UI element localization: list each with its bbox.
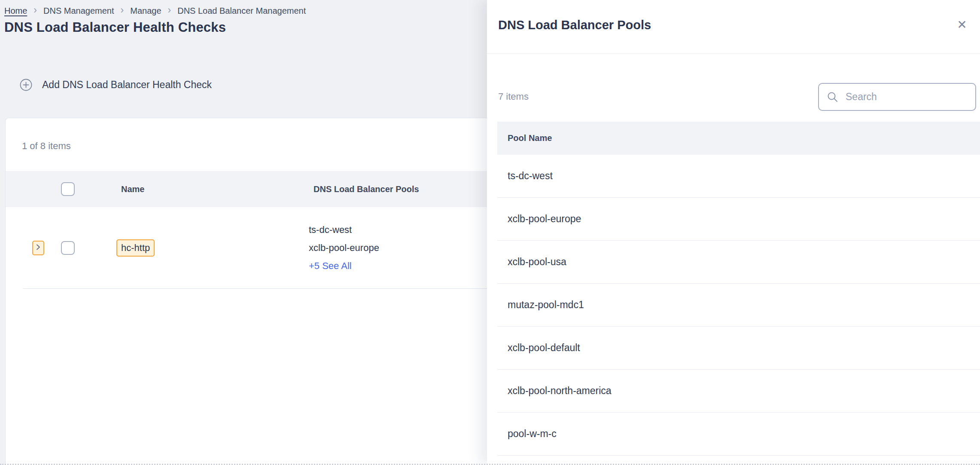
pool-list-item[interactable]: ts-dc-west <box>497 155 980 198</box>
breadcrumb-dns-management-link[interactable]: DNS Management <box>43 6 114 16</box>
chevron-right-icon <box>35 244 42 252</box>
add-health-check-button[interactable]: Add DNS Load Balancer Health Check <box>20 79 212 91</box>
column-header-name: Name <box>121 184 144 194</box>
page-title: DNS Load Balancer Health Checks <box>4 20 226 35</box>
chevron-right-icon: › <box>168 5 171 15</box>
panel-header: DNS Load Balancer Pools ✕ <box>487 0 980 54</box>
pools-table: Pool Name ts-dc-west xclb-pool-europe xc… <box>497 122 980 456</box>
chevron-right-icon: › <box>33 5 37 15</box>
app-screen: Home › DNS Management › Manage › DNS Loa… <box>0 0 980 465</box>
breadcrumb: Home › DNS Management › Manage › DNS Loa… <box>4 6 306 16</box>
pool-list-item[interactable]: xclb-pool-north-america <box>497 370 980 413</box>
pool-list-item[interactable]: xclb-pool-europe <box>497 198 980 241</box>
items-count: 1 of 8 items <box>22 141 71 152</box>
health-checks-page: Home › DNS Management › Manage › DNS Loa… <box>0 0 487 465</box>
pool-reference: xclb-pool-europe <box>309 239 379 257</box>
health-check-name[interactable]: hc-http <box>116 239 155 257</box>
close-icon[interactable]: ✕ <box>953 15 971 34</box>
pool-list-item[interactable]: pool-w-m-c <box>497 413 980 456</box>
row-divider <box>23 288 487 289</box>
plus-circle-icon <box>20 79 32 91</box>
pool-list-item[interactable]: mutaz-pool-mdc1 <box>497 284 980 327</box>
pool-list-item[interactable]: xclb-pool-default <box>497 327 980 370</box>
see-all-link[interactable]: +5 See All <box>309 257 352 275</box>
column-header-pool-name: Pool Name <box>497 122 980 155</box>
search-input-wrapper[interactable] <box>818 83 976 111</box>
chevron-right-icon: › <box>121 5 124 15</box>
panel-items-count: 7 items <box>498 91 529 102</box>
panel-title: DNS Load Balancer Pools <box>498 18 651 32</box>
row-expander-button[interactable] <box>32 241 44 255</box>
pools-panel: DNS Load Balancer Pools ✕ 7 items Pool N… <box>487 0 980 465</box>
search-input[interactable] <box>845 91 968 103</box>
breadcrumb-current-page: DNS Load Balancer Management <box>177 6 306 16</box>
health-checks-card: 1 of 8 items Name DNS Load Balancer Pool… <box>5 118 487 465</box>
search-icon <box>827 91 838 103</box>
table-header-row: Name DNS Load Balancer Pools <box>6 171 487 207</box>
bottom-dotted-divider <box>0 463 980 465</box>
column-header-pools: DNS Load Balancer Pools <box>313 184 419 194</box>
pool-reference: ts-dc-west <box>309 221 379 239</box>
select-all-checkbox[interactable] <box>61 182 75 196</box>
breadcrumb-manage-link[interactable]: Manage <box>130 6 161 16</box>
row-checkbox[interactable] <box>61 241 75 255</box>
pool-list-item[interactable]: xclb-pool-usa <box>497 241 980 284</box>
pools-cell: ts-dc-west xclb-pool-europe +5 See All <box>309 221 379 275</box>
breadcrumb-home-link[interactable]: Home <box>4 6 27 16</box>
add-health-check-label: Add DNS Load Balancer Health Check <box>42 79 212 91</box>
table-row: hc-http ts-dc-west xclb-pool-europe +5 S… <box>6 207 487 288</box>
